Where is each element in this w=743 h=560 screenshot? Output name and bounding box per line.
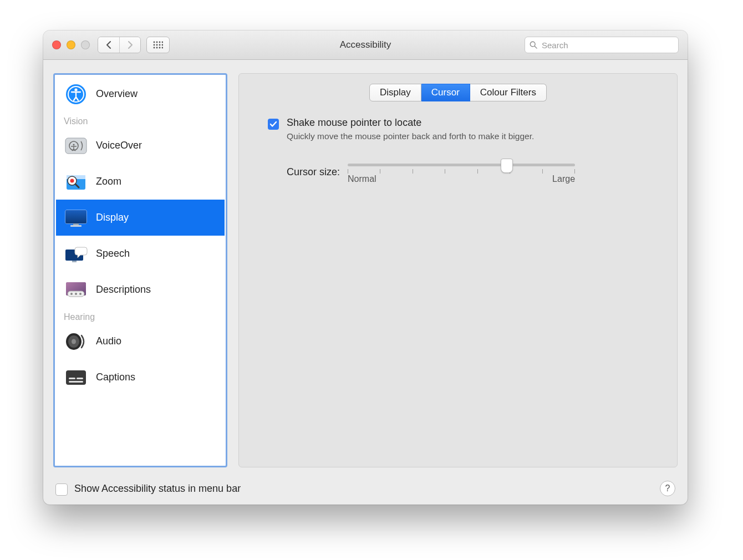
window-controls bbox=[52, 40, 90, 49]
svg-rect-28 bbox=[70, 225, 82, 227]
minimize-icon[interactable] bbox=[67, 40, 75, 49]
svg-point-11 bbox=[162, 47, 163, 49]
sidebar-item-audio[interactable]: Audio bbox=[56, 323, 225, 359]
sidebar-item-label: Captions bbox=[96, 371, 135, 383]
svg-rect-41 bbox=[69, 378, 75, 379]
tab-display[interactable]: Display bbox=[369, 84, 421, 101]
cursor-size-slider[interactable]: Normal Large bbox=[348, 160, 575, 184]
svg-rect-43 bbox=[69, 381, 83, 383]
preferences-window: Accessibility Overview bbox=[43, 30, 688, 505]
tab-colour-filters[interactable]: Colour Filters bbox=[470, 84, 547, 101]
slider-min-label: Normal bbox=[348, 174, 376, 184]
sidebar-item-speech[interactable]: Speech bbox=[56, 236, 225, 272]
nav-back-forward bbox=[98, 37, 141, 53]
svg-point-8 bbox=[154, 47, 155, 49]
svg-line-13 bbox=[535, 46, 537, 48]
svg-point-6 bbox=[159, 44, 161, 46]
zoom-icon bbox=[64, 171, 88, 193]
svg-rect-40 bbox=[66, 370, 86, 385]
accessibility-icon bbox=[64, 83, 88, 105]
sidebar-item-captions[interactable]: Captions bbox=[56, 359, 225, 395]
svg-point-2 bbox=[159, 42, 161, 43]
sidebar-item-display[interactable]: Display bbox=[56, 200, 225, 236]
svg-rect-26 bbox=[65, 210, 86, 223]
cursor-size-caption: Cursor size: bbox=[287, 166, 340, 178]
sidebar-item-label: VoiceOver bbox=[96, 140, 142, 151]
svg-point-1 bbox=[156, 42, 158, 43]
sidebar-item-overview[interactable]: Overview bbox=[56, 76, 225, 112]
svg-point-4 bbox=[154, 44, 155, 46]
settings-pane: Display Cursor Colour Filters Shake mous… bbox=[238, 73, 678, 467]
svg-point-16 bbox=[74, 88, 77, 91]
sidebar-section-hearing: Hearing bbox=[56, 308, 225, 323]
search-input[interactable] bbox=[541, 40, 674, 50]
sidebar-item-label: Zoom bbox=[96, 176, 121, 187]
display-tabs: Display Cursor Colour Filters bbox=[257, 84, 659, 101]
shake-pointer-description: Quickly move the mouse pointer back and … bbox=[287, 131, 534, 142]
sidebar-item-label: Overview bbox=[96, 88, 138, 100]
slider-max-label: Large bbox=[552, 174, 575, 184]
svg-point-7 bbox=[162, 44, 163, 46]
window-footer: Show Accessibility status in menu bar ? bbox=[43, 472, 688, 505]
svg-point-35 bbox=[75, 293, 77, 295]
tab-cursor[interactable]: Cursor bbox=[421, 84, 470, 101]
svg-rect-17 bbox=[65, 138, 86, 154]
close-icon[interactable] bbox=[52, 40, 61, 49]
sidebar-item-label: Audio bbox=[96, 335, 121, 347]
sidebar-item-zoom[interactable]: Zoom bbox=[56, 164, 225, 200]
slider-thumb[interactable] bbox=[501, 159, 513, 173]
captions-icon bbox=[64, 366, 88, 389]
audio-icon bbox=[64, 330, 88, 353]
display-icon bbox=[64, 207, 88, 229]
search-icon bbox=[530, 41, 537, 49]
titlebar: Accessibility bbox=[43, 30, 688, 60]
svg-rect-27 bbox=[73, 223, 79, 225]
show-all-button[interactable] bbox=[146, 37, 170, 53]
shake-pointer-checkbox[interactable] bbox=[268, 119, 279, 130]
descriptions-icon bbox=[64, 279, 88, 301]
svg-point-39 bbox=[72, 339, 76, 344]
sidebar-item-voiceover[interactable]: VoiceOver bbox=[56, 128, 225, 164]
svg-point-19 bbox=[73, 144, 74, 145]
voiceover-icon bbox=[64, 135, 88, 157]
sidebar-item-label: Display bbox=[96, 212, 129, 223]
back-button[interactable] bbox=[98, 37, 119, 53]
zoom-window-icon bbox=[81, 40, 90, 49]
svg-point-0 bbox=[154, 42, 155, 43]
forward-button bbox=[119, 37, 140, 53]
svg-point-5 bbox=[156, 44, 158, 46]
svg-point-23 bbox=[70, 179, 74, 182]
search-field[interactable] bbox=[525, 37, 679, 53]
svg-point-34 bbox=[70, 293, 73, 295]
shake-pointer-label: Shake mouse pointer to locate bbox=[287, 117, 534, 129]
help-button[interactable]: ? bbox=[660, 481, 675, 496]
svg-point-36 bbox=[79, 293, 82, 295]
speech-icon bbox=[64, 243, 88, 265]
show-status-checkbox[interactable] bbox=[55, 483, 68, 496]
show-status-label: Show Accessibility status in menu bar bbox=[74, 483, 241, 495]
sidebar-item-label: Descriptions bbox=[96, 284, 151, 296]
sidebar-section-vision: Vision bbox=[56, 112, 225, 128]
svg-point-9 bbox=[156, 47, 158, 49]
svg-rect-42 bbox=[77, 378, 83, 379]
svg-point-3 bbox=[162, 42, 163, 43]
sidebar-item-label: Speech bbox=[96, 248, 130, 259]
category-sidebar: Overview Vision VoiceOver bbox=[53, 73, 227, 467]
svg-rect-30 bbox=[72, 261, 77, 262]
sidebar-item-descriptions[interactable]: Descriptions bbox=[56, 272, 225, 308]
svg-point-10 bbox=[159, 47, 161, 49]
